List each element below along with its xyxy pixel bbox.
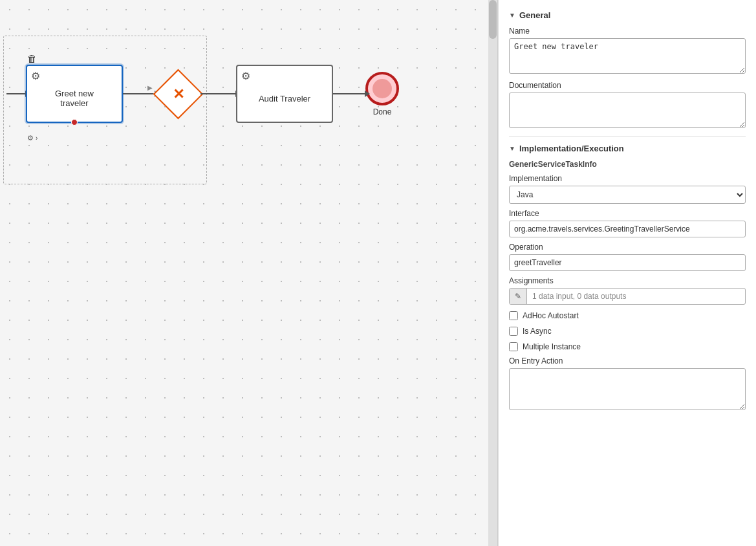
- assignments-text: 1 data input, 0 data outputs: [527, 289, 745, 304]
- greet-new-traveler-wrapper: 🗑 ⚙ Greet new traveler ⚙ ›: [26, 65, 123, 123]
- documentation-input[interactable]: [509, 93, 746, 128]
- gateway-x-icon: ✕: [172, 85, 184, 102]
- name-label: Name: [509, 27, 746, 36]
- is-async-checkbox[interactable]: [509, 327, 518, 336]
- gear-small-icon: ⚙: [27, 134, 34, 142]
- greet-new-traveler-task[interactable]: ⚙ Greet new traveler: [26, 65, 123, 123]
- seq-flow-label-1: ▶: [146, 84, 154, 91]
- general-section-header[interactable]: ▼ General: [509, 10, 746, 20]
- assignments-edit-button[interactable]: ✎: [510, 289, 527, 304]
- generic-service-task-label: GenericServiceTaskInfo: [509, 160, 746, 169]
- end-event[interactable]: [365, 72, 399, 105]
- divider-1: [509, 136, 746, 137]
- implementation-chevron-icon: ▼: [509, 145, 515, 152]
- interface-label: Interface: [509, 209, 746, 218]
- end-event-label: Done: [373, 107, 392, 116]
- line-1: ▶: [123, 93, 155, 94]
- implementation-section-label: Implementation/Execution: [519, 144, 624, 153]
- adhoc-autostart-label: AdHoc Autostart: [523, 311, 579, 320]
- start-line: [6, 93, 26, 94]
- line-2: [200, 93, 236, 94]
- connector-2: [200, 93, 236, 94]
- task-gear-icon: ⚙: [31, 70, 40, 82]
- general-section-label: General: [519, 10, 550, 20]
- interface-input[interactable]: [509, 221, 746, 237]
- task-delete-button[interactable]: 🗑: [27, 53, 37, 64]
- end-event-inner: [373, 79, 392, 98]
- multiple-instance-label: Multiple Instance: [523, 342, 581, 351]
- end-event-wrapper: Done: [365, 72, 399, 116]
- general-chevron-icon: ▼: [509, 12, 515, 19]
- name-input[interactable]: [509, 38, 746, 74]
- audit-gear-icon: ⚙: [241, 70, 250, 82]
- implementation-section-header[interactable]: ▼ Implementation/Execution: [509, 144, 746, 153]
- operation-label: Operation: [509, 243, 746, 252]
- implementation-label: Implementation: [509, 174, 746, 183]
- implementation-select[interactable]: Java WebService None: [509, 186, 746, 204]
- on-entry-action-input[interactable]: [509, 368, 746, 410]
- greet-new-traveler-label: Greet new traveler: [49, 89, 100, 108]
- gateway-wrapper: ✕: [155, 71, 200, 116]
- documentation-label: Documentation: [509, 81, 746, 90]
- assignments-label: Assignments: [509, 276, 746, 285]
- adhoc-autostart-row: AdHoc Autostart: [509, 311, 746, 320]
- scrollbar-thumb[interactable]: [489, 0, 497, 39]
- is-async-label: Is Async: [523, 327, 552, 336]
- line-3: [333, 93, 365, 94]
- start-connector: [6, 93, 26, 94]
- audit-traveler-label: Audit Traveler: [252, 94, 317, 104]
- multiple-instance-checkbox[interactable]: [509, 342, 518, 351]
- task-red-dot: [71, 119, 78, 126]
- arrow-3: [365, 91, 370, 97]
- audit-traveler-task[interactable]: ⚙ Audit Traveler: [236, 65, 333, 123]
- assignments-row: ✎ 1 data input, 0 data outputs: [509, 288, 746, 305]
- connector-1: ▶: [123, 93, 155, 94]
- properties-panel: ▼ General Name Documentation ▼ Implement…: [498, 0, 756, 546]
- exclusive-gateway[interactable]: ✕: [153, 69, 203, 119]
- is-async-row: Is Async: [509, 327, 746, 336]
- vertical-scrollbar[interactable]: [488, 0, 497, 546]
- operation-input[interactable]: [509, 254, 746, 271]
- on-entry-action-label: On Entry Action: [509, 356, 746, 366]
- flow-row: 🗑 ⚙ Greet new traveler ⚙ › ▶ ✕: [0, 65, 488, 123]
- chevron-right-icon: ›: [36, 135, 38, 142]
- multiple-instance-row: Multiple Instance: [509, 342, 746, 351]
- adhoc-autostart-checkbox[interactable]: [509, 311, 518, 320]
- bpmn-canvas[interactable]: 🗑 ⚙ Greet new traveler ⚙ › ▶ ✕: [0, 0, 498, 546]
- connector-3: [333, 93, 365, 94]
- task-settings-row: ⚙ ›: [27, 134, 38, 142]
